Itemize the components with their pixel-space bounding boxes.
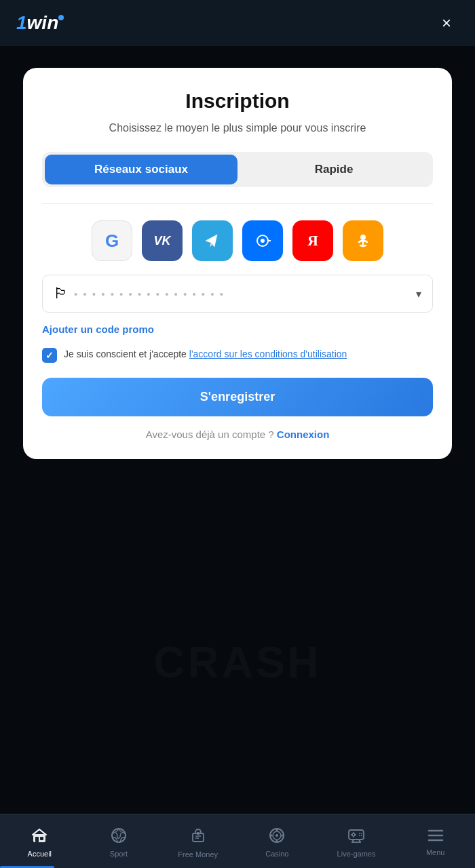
terms-link[interactable]: l'accord sur les conditions d'utilisatio… bbox=[189, 349, 347, 359]
country-selector[interactable]: 🏳 • • • • • • • • • • • • • • • • • ▾ bbox=[42, 275, 433, 313]
modal-title: Inscription bbox=[42, 90, 433, 113]
free-money-nav-label: Free Money bbox=[178, 850, 218, 859]
social-icons-row: G VK Я bbox=[42, 220, 433, 261]
home-icon bbox=[31, 827, 48, 846]
mail-icon bbox=[253, 231, 272, 250]
svg-point-14 bbox=[276, 834, 278, 837]
sport-nav-label: Sport bbox=[110, 850, 128, 858]
svg-point-18 bbox=[271, 835, 273, 837]
nav-item-casino[interactable]: Casino bbox=[238, 814, 317, 868]
promo-code-link[interactable]: Ajouter un code promo bbox=[42, 323, 433, 335]
nav-item-free-money[interactable]: Free Money bbox=[158, 814, 238, 868]
bottom-navigation: Accueil Sport Free Mon bbox=[0, 814, 475, 868]
tab-group: Réseaux sociaux Rapide bbox=[42, 152, 433, 187]
ok-icon bbox=[354, 231, 373, 250]
yandex-login-button[interactable]: Я bbox=[292, 220, 333, 261]
close-button[interactable]: × bbox=[434, 11, 459, 35]
svg-point-29 bbox=[361, 833, 362, 834]
nav-item-live-games[interactable]: Live-games bbox=[317, 814, 396, 868]
odnoklassniki-login-button[interactable] bbox=[343, 220, 383, 261]
google-login-button[interactable]: G bbox=[92, 220, 132, 261]
svg-point-17 bbox=[276, 840, 278, 842]
casino-icon bbox=[269, 827, 285, 846]
menu-icon bbox=[428, 829, 444, 845]
svg-point-1 bbox=[261, 239, 265, 243]
telegram-login-button[interactable] bbox=[192, 220, 233, 261]
login-question-text: Avez-vous déjà un compte ? bbox=[146, 429, 274, 440]
live-games-icon bbox=[347, 827, 365, 846]
svg-point-15 bbox=[276, 829, 278, 831]
svg-point-23 bbox=[352, 833, 355, 836]
tab-social[interactable]: Réseaux sociaux bbox=[45, 155, 238, 184]
mail-login-button[interactable] bbox=[242, 220, 283, 261]
telegram-icon bbox=[202, 231, 223, 251]
svg-rect-6 bbox=[40, 837, 43, 840]
svg-point-31 bbox=[361, 835, 362, 836]
terms-text: Je suis conscient et j'accepte l'accord … bbox=[64, 347, 347, 361]
svg-point-30 bbox=[359, 835, 360, 836]
modal-subtitle: Choisissez le moyen le plus simple pour … bbox=[42, 121, 433, 136]
svg-rect-9 bbox=[197, 832, 200, 835]
live-games-nav-label: Live-games bbox=[337, 850, 376, 858]
logo-dot bbox=[58, 15, 64, 20]
logo: 1win bbox=[16, 12, 64, 34]
svg-point-16 bbox=[282, 835, 284, 837]
casino-nav-label: Casino bbox=[265, 850, 288, 858]
register-button[interactable]: S'enregistrer bbox=[42, 378, 433, 416]
login-row: Avez-vous déjà un compte ? Connexion bbox=[42, 429, 433, 440]
dropdown-arrow-icon: ▾ bbox=[416, 288, 421, 300]
country-flag: 🏳 bbox=[54, 285, 69, 302]
svg-rect-5 bbox=[35, 837, 39, 842]
svg-point-28 bbox=[359, 833, 360, 834]
free-money-icon bbox=[189, 827, 207, 847]
nav-item-home[interactable]: Accueil bbox=[0, 814, 79, 868]
nav-item-menu[interactable]: Menu bbox=[396, 814, 475, 868]
home-nav-label: Accueil bbox=[28, 850, 52, 858]
menu-nav-label: Menu bbox=[426, 848, 445, 856]
svg-point-2 bbox=[360, 235, 366, 240]
terms-checkbox[interactable]: ✓ bbox=[42, 348, 57, 363]
country-placeholder: • • • • • • • • • • • • • • • • • bbox=[74, 288, 416, 300]
divider bbox=[42, 203, 433, 204]
tab-quick[interactable]: Rapide bbox=[238, 155, 430, 184]
svg-rect-4 bbox=[33, 834, 45, 842]
svg-point-7 bbox=[112, 829, 126, 842]
vk-login-button[interactable]: VK bbox=[142, 220, 183, 261]
login-link[interactable]: Connexion bbox=[277, 429, 330, 440]
nav-item-sport[interactable]: Sport bbox=[79, 814, 159, 868]
sport-icon bbox=[111, 827, 127, 846]
terms-checkbox-row: ✓ Je suis conscient et j'accepte l'accor… bbox=[42, 347, 433, 363]
registration-modal: Inscription Choisissez le moyen le plus … bbox=[23, 68, 452, 459]
